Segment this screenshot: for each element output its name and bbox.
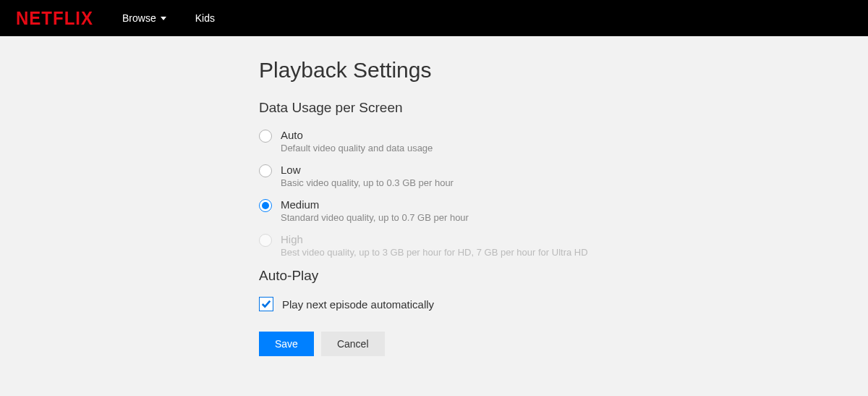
save-button[interactable]: Save	[259, 332, 314, 356]
option-medium-description: Standard video quality, up to 0.7 GB per…	[281, 212, 469, 223]
option-low-text: Low Basic video quality, up to 0.3 GB pe…	[281, 164, 454, 188]
data-usage-heading: Data Usage per Screen	[259, 100, 868, 116]
cancel-button[interactable]: Cancel	[321, 332, 385, 356]
option-medium[interactable]: Medium Standard video quality, up to 0.7…	[259, 198, 868, 223]
option-high-text: High Best video quality, up to 3 GB per …	[281, 233, 588, 258]
radio-auto[interactable]	[259, 130, 272, 143]
nav-browse[interactable]: Browse	[122, 12, 166, 24]
netflix-logo[interactable]: NETFLIX	[16, 7, 93, 30]
autoplay-heading: Auto-Play	[259, 268, 868, 284]
option-medium-label: Medium	[281, 198, 469, 211]
autoplay-checkbox-row[interactable]: Play next episode automatically	[259, 297, 868, 311]
option-high: High Best video quality, up to 3 GB per …	[259, 233, 868, 258]
option-low-label: Low	[281, 164, 454, 176]
radio-low[interactable]	[259, 164, 272, 177]
option-low-description: Basic video quality, up to 0.3 GB per ho…	[281, 177, 454, 188]
option-auto-description: Default video quality and data usage	[281, 143, 433, 153]
check-icon	[261, 299, 271, 309]
settings-page: Playback Settings Data Usage per Screen …	[0, 36, 868, 356]
autoplay-checkbox-label: Play next episode automatically	[282, 298, 434, 311]
radio-medium[interactable]	[259, 199, 272, 212]
nav-kids-label: Kids	[195, 12, 215, 24]
button-row: Save Cancel	[259, 332, 868, 356]
caret-down-icon	[161, 17, 166, 20]
nav-browse-label: Browse	[122, 12, 156, 24]
option-auto[interactable]: Auto Default video quality and data usag…	[259, 129, 868, 153]
top-navbar: NETFLIX Browse Kids	[0, 0, 868, 36]
option-high-label: High	[281, 233, 588, 245]
option-auto-label: Auto	[281, 129, 433, 141]
nav-kids[interactable]: Kids	[195, 12, 215, 24]
option-auto-text: Auto Default video quality and data usag…	[281, 129, 433, 153]
radio-high	[259, 234, 272, 247]
option-medium-text: Medium Standard video quality, up to 0.7…	[281, 198, 469, 223]
autoplay-section: Auto-Play Play next episode automaticall…	[259, 268, 868, 311]
option-high-description: Best video quality, up to 3 GB per hour …	[281, 247, 588, 258]
autoplay-checkbox[interactable]	[259, 297, 273, 311]
page-title: Playback Settings	[259, 58, 868, 83]
option-low[interactable]: Low Basic video quality, up to 0.3 GB pe…	[259, 164, 868, 188]
